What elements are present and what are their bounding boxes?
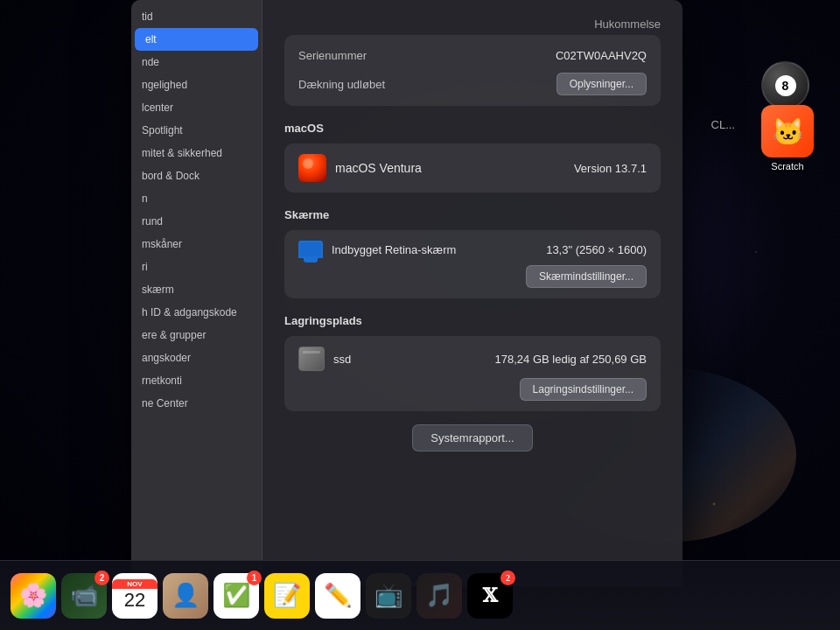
reminders-badge: 1 <box>247 570 262 585</box>
sidebar-item-brugere[interactable]: ere & grupper <box>131 324 262 346</box>
macos-section-header: macOS <box>284 122 661 135</box>
macos-card: macOS Ventura Version 13.7.1 <box>284 144 661 192</box>
sidebar-item-ri[interactable]: ri <box>131 256 262 278</box>
sidebar-item-generelt[interactable]: elt <box>135 28 258 51</box>
storage-settings-button[interactable]: Lagringsindstillinger... <box>520 378 647 401</box>
serial-row: Serienummer C02TW0AAHV2Q <box>298 46 647 66</box>
cl-label: CL... <box>711 118 735 131</box>
dock-item-twitter[interactable]: 𝕏 2 <box>467 573 513 619</box>
sidebar-item-internetkonti[interactable]: rnetkonti <box>131 369 262 392</box>
storage-row: ssd 178,24 GB ledig af 250,69 GB <box>298 346 647 371</box>
dock-item-reminders[interactable]: ✅ 1 <box>214 573 259 619</box>
sidebar-item-skaerm[interactable]: skærm <box>131 278 262 301</box>
sidebar: tid elt nde ngelighed lcenter Spotlight … <box>131 0 262 586</box>
hukommelse-label: Hukommelse <box>284 18 661 31</box>
storage-name: ssd <box>333 353 351 366</box>
dock-item-facetime[interactable]: 📹 2 <box>61 573 107 619</box>
screen-row: Indbygget Retina-skærm 13,3" (2560 × 160… <box>298 241 647 258</box>
system-preferences-window: tid elt nde ngelighed lcenter Spotlight … <box>131 0 682 586</box>
sidebar-item-hemmelighed[interactable]: mitet & sikkerhed <box>131 142 262 164</box>
macos-row: macOS Ventura Version 13.7.1 <box>298 154 647 182</box>
screen-name: Indbygget Retina-skærm <box>332 243 456 256</box>
sidebar-item-spotlight[interactable]: Spotlight <box>131 119 262 142</box>
dock: 🌸 📹 2 NOV 22 👤 ✅ 1 📝 ✏️ 📺 🎵 𝕏 2 <box>0 560 840 630</box>
hukommelse-section: Hukommelse <box>284 18 661 31</box>
screen-left: Indbygget Retina-skærm <box>298 241 456 258</box>
sidebar-item-kontrolcenter[interactable]: lcenter <box>131 96 262 119</box>
dock-item-calendar[interactable]: NOV 22 <box>112 573 158 619</box>
sidebar-item-scanner[interactable]: mskåner <box>131 233 262 256</box>
storage-btn-row: Lagringsindstillinger... <box>298 378 647 401</box>
screens-section-header: Skærme <box>284 208 661 221</box>
scratch-icon-label: Scratch <box>771 161 803 172</box>
sidebar-item-game-center[interactable]: ne Center <box>131 392 262 415</box>
storage-card: ssd 178,24 GB ledig af 250,69 GB Lagring… <box>284 336 661 411</box>
serial-value: C02TW0AAHV2Q <box>556 49 647 62</box>
sidebar-item-baggrund[interactable]: rund <box>131 210 262 233</box>
macos-icon <box>298 154 326 182</box>
screen-settings-button[interactable]: Skærmindstillinger... <box>526 265 647 288</box>
sidebar-item-tastatur[interactable]: bord & Dock <box>131 164 262 187</box>
dock-item-appletv[interactable]: 📺 <box>366 573 411 619</box>
screen-icon <box>298 241 323 258</box>
sidebar-item-tid[interactable]: tid <box>131 5 262 28</box>
dock-item-notes[interactable]: 📝 <box>264 573 310 619</box>
sidebar-item-tilgaengelighed[interactable]: ngelighed <box>131 74 262 96</box>
sidebar-item-navn[interactable]: n <box>131 187 262 210</box>
macos-left: macOS Ventura <box>298 154 422 182</box>
screens-card: Indbygget Retina-skærm 13,3" (2560 × 160… <box>284 230 661 298</box>
dock-item-photos[interactable]: 🌸 <box>10 573 56 619</box>
storage-section-header: Lagringsplads <box>284 314 661 327</box>
dock-item-freeform[interactable]: ✏️ <box>315 573 360 619</box>
ssd-icon <box>298 346 325 371</box>
sidebar-item-hjemmeside[interactable]: nde <box>131 51 262 74</box>
scratch-desktop-icon[interactable]: 🐱 Scratch <box>761 105 814 172</box>
main-content: Hukommelse Serienummer C02TW0AAHV2Q Dækn… <box>262 0 682 586</box>
dock-item-music[interactable]: 🎵 <box>416 573 462 619</box>
storage-value: 178,24 GB ledig af 250,69 GB <box>495 353 647 366</box>
macos-name: macOS Ventura <box>335 161 422 175</box>
coverage-row: Dækning udløbet Oplysninger... <box>298 73 647 95</box>
sidebar-item-touch-id[interactable]: h ID & adgangskode <box>131 301 262 324</box>
screen-btn-row: Skærmindstillinger... <box>298 265 647 288</box>
storage-left: ssd <box>298 346 351 371</box>
twitter-badge: 2 <box>500 570 515 585</box>
sidebar-item-adgangskoder[interactable]: angskoder <box>131 346 262 369</box>
facetime-badge: 2 <box>94 570 109 585</box>
coverage-label: Dækning udløbet <box>298 78 385 91</box>
screen-size: 13,3" (2560 × 1600) <box>546 243 647 256</box>
serial-card: Serienummer C02TW0AAHV2Q Dækning udløbet… <box>284 35 661 106</box>
dock-item-contacts[interactable]: 👤 <box>163 573 208 619</box>
coverage-button[interactable]: Oplysninger... <box>556 73 647 95</box>
system-report-button[interactable]: Systemrapport... <box>412 424 532 452</box>
serial-label: Serienummer <box>298 49 367 62</box>
scratch-icon-image: 🐱 <box>761 105 814 158</box>
eight-ball-icon[interactable] <box>761 61 809 109</box>
macos-version: Version 13.7.1 <box>574 162 647 175</box>
